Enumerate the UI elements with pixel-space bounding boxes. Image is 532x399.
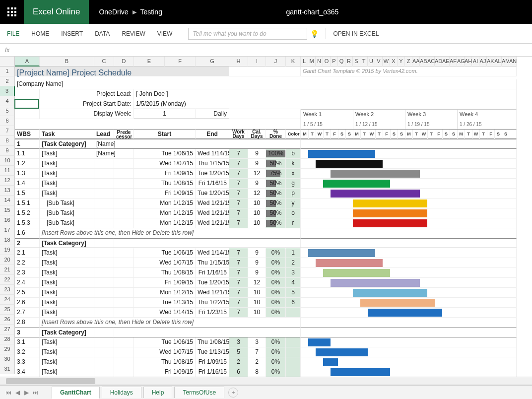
gantt-bar[interactable] (353, 289, 427, 297)
cell[interactable] (114, 199, 134, 208)
cell[interactable]: 50% (266, 159, 286, 169)
tab-view[interactable]: VIEW (157, 30, 173, 37)
cell[interactable] (286, 367, 301, 377)
col-header[interactable]: D (114, 57, 134, 66)
cell[interactable]: [Task] (40, 258, 94, 268)
cell[interactable]: Tue 1/20/15 (196, 169, 229, 179)
row-header[interactable]: 6 (0, 116, 15, 126)
cell[interactable] (114, 248, 134, 258)
col-header[interactable]: J (266, 57, 286, 66)
cell[interactable]: 100% (266, 149, 286, 159)
tab-data[interactable]: DATA (95, 30, 110, 37)
sheet-tab-holidays[interactable]: Holidays (102, 387, 141, 398)
cell[interactable]: 9 (248, 179, 266, 189)
cell[interactable]: 3 (229, 337, 248, 347)
cell[interactable]: 7 (229, 278, 248, 288)
cell[interactable]: 6 (286, 298, 301, 308)
open-in-excel-button[interactable]: OPEN IN EXCEL (333, 30, 379, 37)
cell[interactable]: [Task Category] (40, 139, 94, 149)
row-header[interactable]: 30 (0, 354, 15, 364)
cell[interactable] (301, 328, 517, 337)
cell[interactable]: Lead (94, 129, 114, 139)
col-header[interactable]: F (165, 57, 196, 66)
cell[interactable]: Wed 1/14/15 (134, 308, 196, 318)
gantt-bar[interactable] (308, 338, 331, 346)
cell[interactable]: [Insert Rows above this one, then Hide o… (40, 318, 301, 328)
col-header[interactable]: I (248, 57, 266, 66)
cell[interactable] (301, 248, 517, 258)
cell[interactable]: End (196, 129, 229, 139)
cell[interactable]: 10 (248, 208, 266, 218)
cell[interactable]: 5 (229, 347, 248, 357)
cell[interactable] (286, 337, 301, 347)
formula-bar[interactable]: fx (0, 44, 532, 57)
cell[interactable]: Fri 1/16/15 (196, 268, 229, 278)
cell[interactable]: [Name] (94, 139, 114, 149)
tellme-search[interactable]: Tell me what you want to do (188, 28, 307, 40)
cell[interactable]: 50% (266, 199, 286, 208)
cell[interactable]: Wed 1/07/15 (134, 159, 196, 169)
col-header[interactable]: AH (465, 57, 472, 66)
cell[interactable] (94, 308, 114, 318)
cell[interactable]: 0% (266, 308, 286, 318)
row-header[interactable]: 18 (0, 235, 15, 245)
cell[interactable]: Task (40, 129, 94, 139)
cell[interactable] (94, 268, 114, 278)
cell[interactable]: Tue 1/06/15 (134, 337, 196, 347)
cell[interactable]: 2 (248, 357, 266, 367)
cell[interactable]: 9 (248, 149, 266, 159)
cell[interactable]: [Task] (40, 179, 94, 189)
cell[interactable]: p (286, 189, 301, 199)
row-header[interactable]: 13 (0, 186, 15, 196)
cell[interactable]: 0% (266, 367, 286, 377)
cell[interactable]: 4 (286, 278, 301, 288)
gantt-bar[interactable] (368, 309, 442, 317)
cell[interactable]: y (286, 199, 301, 208)
cell[interactable] (15, 89, 40, 99)
cell[interactable] (301, 337, 517, 347)
col-header[interactable]: AI (472, 57, 479, 66)
gantt-bar[interactable] (331, 190, 420, 198)
cell[interactable]: 2.5 (15, 288, 40, 298)
row-headers[interactable]: 1234567891011121314151617181920212223242… (0, 66, 15, 374)
gantt-bar[interactable] (331, 279, 420, 287)
cell[interactable]: Predecessor (114, 129, 134, 139)
cell[interactable] (301, 228, 517, 238)
cell[interactable] (94, 258, 114, 268)
row-header[interactable]: 1 (0, 66, 15, 76)
cell[interactable]: Wed 1/21/15 (196, 218, 229, 228)
cell[interactable]: 1.5.3 (15, 218, 40, 228)
row-header[interactable]: 21 (0, 265, 15, 275)
row-header[interactable]: 7 (0, 126, 15, 136)
cell[interactable] (301, 149, 517, 159)
col-header[interactable]: AE (442, 57, 450, 66)
tab-home[interactable]: HOME (31, 30, 49, 37)
cell[interactable] (114, 238, 301, 248)
col-header[interactable]: AA (412, 57, 420, 66)
cell[interactable]: 7 (229, 288, 248, 298)
select-all-corner[interactable] (0, 57, 15, 66)
col-header[interactable]: AM (502, 57, 509, 66)
cell[interactable]: Cal.Days (248, 129, 266, 139)
row-header[interactable]: 28 (0, 334, 15, 344)
cell[interactable]: 1 (15, 139, 40, 149)
col-header[interactable]: AJ (479, 57, 487, 66)
cell[interactable]: Wed 1/14/15 (196, 149, 229, 159)
cell[interactable]: 7 (229, 208, 248, 218)
gantt-bar[interactable] (316, 259, 383, 267)
col-header[interactable]: C (94, 57, 114, 66)
cell[interactable]: o (286, 208, 301, 218)
cell[interactable] (94, 288, 114, 298)
col-header[interactable]: AB (420, 57, 427, 66)
app-launcher-icon[interactable] (0, 0, 24, 24)
row-header[interactable]: 5 (0, 106, 15, 116)
cell[interactable] (301, 218, 517, 228)
cell[interactable]: 3.4 (15, 367, 40, 377)
cell[interactable]: 10 (248, 288, 266, 298)
cell[interactable]: Tue 1/06/15 (134, 149, 196, 159)
cell[interactable] (94, 248, 114, 258)
cell[interactable]: 0% (266, 278, 286, 288)
col-header[interactable]: G (196, 57, 229, 66)
cell[interactable]: 1.1 (15, 149, 40, 159)
sheet-tab-termsofuse[interactable]: TermsOfUse (174, 387, 224, 398)
